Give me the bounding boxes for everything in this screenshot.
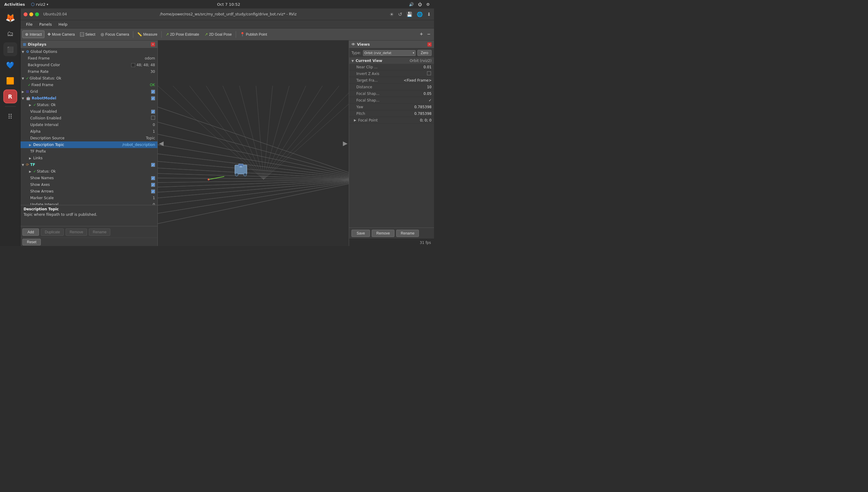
desc-source-row[interactable]: Description Source Topic [21,135,157,142]
links-row[interactable]: ▶ Links [21,155,157,162]
viewport[interactable]: ◀ ▶ [158,41,349,246]
frame-rate-row[interactable]: Frame Rate 30 [21,68,157,75]
views-zero-button[interactable]: Zero [417,50,431,56]
collision-enabled-row[interactable]: Collision Enabled [21,115,157,122]
viewport-right-arrow[interactable]: ▶ [342,137,349,150]
maximize-button[interactable] [35,13,39,16]
fixed-frame-row[interactable]: Fixed Frame odom [21,55,157,62]
bg-color-row[interactable]: Background Color 48; 48; 48 [21,62,157,68]
tf-checkbox[interactable]: ✓ [151,163,155,167]
sa-checkbox[interactable]: ✓ [151,182,155,187]
update-interval-row[interactable]: Update Interval 0 [21,122,157,128]
close-button[interactable] [24,13,27,16]
rename-button[interactable]: Rename [89,228,110,236]
system-clock: Oct 7 10:52 [48,2,409,7]
ce-checkbox[interactable] [151,116,155,121]
show-axes-row[interactable]: Show Axes ✓ [21,181,157,188]
interact-button[interactable]: ⊕ Interact [22,30,44,38]
reset-button[interactable]: Reset [22,239,41,245]
browser-icon[interactable]: 🌐 [417,11,423,17]
dock-icon-files[interactable]: 🗂 [3,27,17,41]
viewport-left-arrow[interactable]: ◀ [158,137,165,150]
duplicate-button[interactable]: Duplicate [41,228,64,236]
global-status-row[interactable]: ▼ ✓ Global Status: Ok [21,75,157,81]
grid-row[interactable]: ▶ ⊞ Grid ✓ [21,88,157,95]
views-type-select[interactable]: Orbit (rviz_defat ▾ [363,50,416,56]
download-icon[interactable]: ⬇ [427,11,431,17]
views-close[interactable]: ✕ [427,42,431,47]
fss-value: 0.05 [423,92,431,96]
sarr-checkbox[interactable]: ✓ [151,189,155,194]
rm-status-row[interactable]: ▶ ✓ Status: Ok [21,102,157,108]
dock-icon-firefox[interactable]: 🦊 [3,11,17,25]
dock-icon-vscode[interactable]: 💙 [3,58,17,72]
pitch-row[interactable]: Pitch 0.785398 [349,110,434,117]
near-clip-row[interactable]: Near Clip ... 0.01 [349,64,434,70]
robotmodel-row[interactable]: ▼ 🤖 RobotModel ✓ [21,95,157,102]
app-label[interactable]: ⬡ rviz2 ▾ [31,2,48,7]
fsf-label: Focal Shap... [356,98,428,102]
current-view-header[interactable]: ▼ Current View Orbit (rviz2) [349,58,434,64]
tf-prefix-row[interactable]: TF Prefix [21,148,157,155]
tf-status-row[interactable]: ▶ ✓ Status: Ok [21,168,157,175]
select-button[interactable]: □ Select [78,31,98,38]
visual-enabled-row[interactable]: Visual Enabled ✓ [21,108,157,115]
ve-checkbox[interactable]: ✓ [151,109,155,114]
publish-point-button[interactable]: 📍 Publish Point [238,31,270,38]
system-bar: Activities ⬡ rviz2 ▾ Oct 7 10:52 🔊 ⏻ ⚙ [0,0,434,8]
invert-z-row[interactable]: Invert Z Axis [349,70,434,77]
show-names-row[interactable]: Show Names ✓ [21,175,157,181]
pose-estimate-button[interactable]: ↗ 2D Pose Estimate [163,31,202,38]
dock-icon-rviz[interactable]: R [3,90,17,103]
brightness-icon[interactable]: ☀ [390,11,394,17]
dock-icon-apps[interactable]: ⠿ [3,110,17,124]
dock-icon-layers[interactable]: 🟧 [3,74,17,88]
rm-checkbox[interactable]: ✓ [151,96,155,101]
desc-topic-row[interactable]: ▶ Description Topic /robot_description [21,142,157,148]
global-options-row[interactable]: ▼ ⚙ Global Options [21,48,157,55]
tf-row[interactable]: ▼ ⟳ TF ✓ [21,162,157,168]
update-interval-tf-row[interactable]: Update Interval 0 [21,201,157,205]
content-area: ⊞ Displays ✕ ▼ ⚙ Global Options Fixed Fr… [21,41,434,246]
sn-checkbox[interactable]: ✓ [151,176,155,180]
yaw-row[interactable]: Yaw 0.785398 [349,104,434,110]
refresh-icon[interactable]: ↺ [398,11,402,17]
move-camera-button[interactable]: ✥ Move Camera [45,31,77,38]
distance-row[interactable]: Distance 10 [349,84,434,90]
settings-icon[interactable]: ⚙ [426,2,430,7]
focal-shape-size-row[interactable]: Focal Shap... 0.05 [349,90,434,97]
ff-status-row[interactable]: ✓ Fixed Frame OK [21,81,157,88]
remove-button[interactable]: Remove [66,228,87,236]
menu-panels[interactable]: Panels [36,21,55,27]
focus-camera-button[interactable]: ◎ Focus Camera [98,31,131,38]
views-remove-button[interactable]: Remove [372,230,394,237]
show-arrows-row[interactable]: Show Arrows ✓ [21,188,157,195]
add-button[interactable]: Add [22,228,39,236]
target-frame-row[interactable]: Target Fra... <Fixed Frame> [349,77,434,84]
volume-icon[interactable]: 🔊 [409,2,414,7]
power-icon[interactable]: ⏻ [418,2,422,7]
focal-point-row[interactable]: ▶ Focal Point 0; 0; 0 [349,117,434,124]
alpha-row[interactable]: Alpha 1 [21,128,157,135]
remove-toolbar-button[interactable]: − [425,30,432,39]
add-toolbar-button[interactable]: + [418,30,425,39]
go-label: Global Options [30,50,57,54]
tf2-label: Target Fra... [356,78,404,82]
sn-label: Show Names [30,176,151,180]
iz-checkbox[interactable] [427,71,431,76]
goal-pose-button[interactable]: ↗ 2D Goal Pose [202,31,234,38]
minimize-button[interactable] [29,13,33,16]
svg-point-49 [244,173,247,176]
menu-help[interactable]: Help [56,21,71,27]
save-icon[interactable]: 💾 [406,11,413,17]
focal-shape-fixed-row[interactable]: Focal Shap... ✓ [349,97,434,104]
grid-checkbox[interactable]: ✓ [151,90,155,94]
views-rename-button[interactable]: Rename [396,230,419,237]
activities-label[interactable]: Activities [4,2,25,7]
displays-close[interactable]: ✕ [151,42,155,47]
menu-file[interactable]: File [23,21,36,27]
views-save-button[interactable]: Save [351,230,370,237]
measure-button[interactable]: 📏 Measure [135,31,160,38]
dock-icon-terminal[interactable]: ⬛ [3,42,17,56]
marker-scale-row[interactable]: Marker Scale 1 [21,195,157,201]
